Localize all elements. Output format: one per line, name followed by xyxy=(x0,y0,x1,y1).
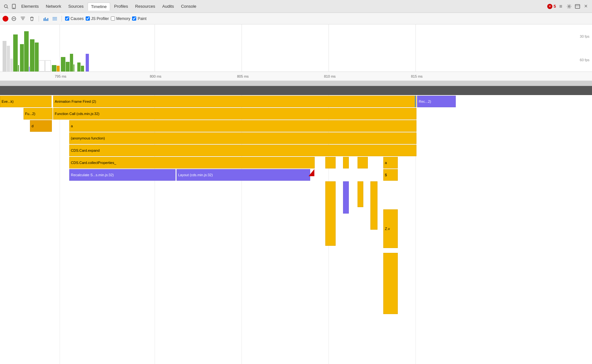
flame-block-dollar[interactable]: $ xyxy=(383,169,398,181)
svg-rect-10 xyxy=(45,17,46,21)
record-button[interactable] xyxy=(3,16,8,22)
device-icon[interactable] xyxy=(10,3,17,10)
overview-scrollbar[interactable] xyxy=(0,81,592,86)
nav-resources[interactable]: Resources xyxy=(132,3,158,10)
paint-checkbox[interactable] xyxy=(132,16,136,21)
flame-block-d[interactable]: d xyxy=(30,120,52,132)
flame-block-function-call[interactable]: Function Call (cds.min.js:32) xyxy=(53,108,416,120)
flame-block-recalculate[interactable]: Recalculate S...s.min.js:32) xyxy=(69,169,176,181)
toolbar-sep-2 xyxy=(62,16,62,22)
flame-block-small-2[interactable] xyxy=(343,157,349,168)
flame-block-anonymous[interactable]: (anonymous function) xyxy=(69,132,416,144)
memory-checkbox[interactable] xyxy=(111,16,115,21)
causes-label: Causes xyxy=(71,16,84,21)
dark-header-bar xyxy=(0,86,592,95)
flame-block-cds-collect[interactable]: CDS.Card.collectProperties_ xyxy=(69,157,315,168)
list-view-button[interactable] xyxy=(51,15,58,22)
error-count: 5 xyxy=(554,4,556,9)
flame-block-small-3[interactable] xyxy=(358,157,368,168)
flame-block-animation-frame[interactable]: Animation Frame Fired (2) xyxy=(53,96,416,107)
time-label-815: 815 ms xyxy=(411,74,423,78)
causes-checkbox[interactable] xyxy=(65,16,69,21)
filter-button[interactable] xyxy=(19,15,26,22)
time-label-800: 800 ms xyxy=(150,74,161,78)
nav-elements[interactable]: Elements xyxy=(18,3,42,10)
flame-block-event-left[interactable]: Eve...k) xyxy=(0,96,52,107)
flame-chart: Eve...k) Animation Frame Fired (2) Rec..… xyxy=(0,95,592,364)
nav-profiles[interactable]: Profiles xyxy=(111,3,131,10)
svg-point-0 xyxy=(5,5,7,7)
nav-audits[interactable]: Audits xyxy=(159,3,177,10)
nav-console[interactable]: Console xyxy=(178,3,200,10)
nav-network[interactable]: Network xyxy=(43,3,64,10)
main-content: 30 fps 60 fps 795 ms 800 ms 805 ms 810 m… xyxy=(0,24,592,364)
paint-label: Paint xyxy=(138,16,146,21)
nav-sources[interactable]: Sources xyxy=(65,3,87,10)
js-profiler-checkbox[interactable] xyxy=(86,16,90,21)
flame-block-rec[interactable]: Rec...2) xyxy=(417,96,456,107)
fps-60-label: 60 fps xyxy=(580,58,589,62)
svg-rect-12 xyxy=(47,18,48,21)
timeline-overview[interactable]: 30 fps 60 fps 795 ms 800 ms 805 ms 810 m… xyxy=(0,24,592,81)
flame-block-layout[interactable]: Layout (cds.min.js:32) xyxy=(177,169,310,181)
clear-button[interactable] xyxy=(10,15,17,22)
nav-timeline[interactable]: Timeline xyxy=(88,3,110,11)
window-mode-icon[interactable] xyxy=(574,3,581,10)
fps-30-label: 30 fps xyxy=(580,34,589,38)
causes-checkbox-group[interactable]: Causes xyxy=(65,16,84,21)
search-icon[interactable] xyxy=(3,3,10,10)
flame-block-zv[interactable]: Z.v xyxy=(383,209,398,248)
fps-labels: 30 fps 60 fps xyxy=(580,24,589,72)
svg-rect-11 xyxy=(46,19,47,21)
time-label-795: 795 ms xyxy=(55,74,66,78)
flame-block-small-1[interactable] xyxy=(325,157,336,168)
error-icon: ✕ xyxy=(547,4,552,9)
close-icon[interactable]: × xyxy=(582,3,589,10)
memory-checkbox-group[interactable]: Memory xyxy=(111,16,130,21)
svg-rect-5 xyxy=(575,5,580,8)
svg-line-1 xyxy=(7,7,8,8)
paint-checkbox-group[interactable]: Paint xyxy=(132,16,146,21)
time-ruler: 795 ms 800 ms 805 ms 810 ms 815 ms xyxy=(0,72,592,81)
toolbar: Causes JS Profiler Memory Paint xyxy=(0,13,592,24)
toolbar-sep-1 xyxy=(39,16,39,22)
svg-rect-9 xyxy=(43,18,44,21)
flame-block-cds-card-expand[interactable]: CDS.Card.expand xyxy=(69,145,416,156)
flame-block-fu[interactable]: Fu...2) xyxy=(24,108,53,120)
flame-block-a-long[interactable]: a xyxy=(69,120,416,132)
nav-right-controls: ✕ 5 ≡ × xyxy=(547,3,589,10)
memory-label: Memory xyxy=(116,16,130,21)
settings-icon[interactable] xyxy=(566,3,573,10)
console-drawer-icon[interactable]: ≡ xyxy=(557,3,564,10)
nav-bar: Elements Network Sources Timeline Profil… xyxy=(0,0,592,13)
svg-point-4 xyxy=(568,5,570,7)
flame-block-a-right[interactable]: a xyxy=(383,157,398,168)
time-label-810: 810 ms xyxy=(324,74,336,78)
js-profiler-label: JS Profiler xyxy=(91,16,109,21)
time-label-805: 805 ms xyxy=(237,74,249,78)
delete-button[interactable] xyxy=(28,15,35,22)
js-profiler-checkbox-group[interactable]: JS Profiler xyxy=(86,16,109,21)
bar-chart-view-button[interactable] xyxy=(42,15,49,22)
